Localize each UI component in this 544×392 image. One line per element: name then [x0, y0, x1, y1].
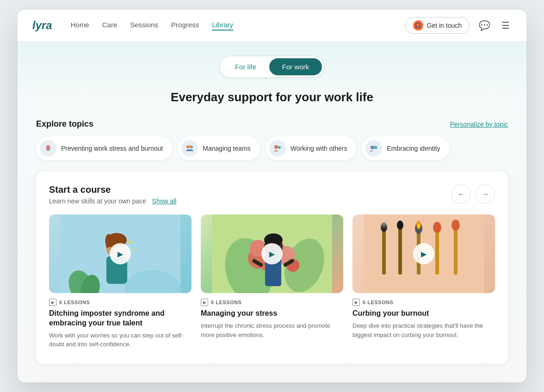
nav-library[interactable]: Library	[212, 21, 233, 31]
main-content: For life For work Everyday support for y…	[18, 42, 526, 382]
chat-icon-button[interactable]: 💬	[477, 18, 492, 33]
svg-point-48	[381, 222, 387, 226]
svg-point-7	[371, 146, 374, 149]
topic-chip-burnout[interactable]: Preventing work stress and burnout	[36, 136, 172, 160]
get-in-touch-button[interactable]: 🎧 Get in touch	[405, 17, 470, 34]
topic-icon-burnout	[40, 140, 56, 157]
svg-point-5	[274, 145, 278, 149]
hero-title: Everyday support for your work life	[36, 90, 508, 104]
svg-point-43	[417, 223, 420, 229]
for-work-toggle[interactable]: For work	[269, 58, 322, 75]
nav-links: Home Care Sessions Progress Library	[71, 21, 405, 31]
explore-section: Explore topics Personalize by topic Prev…	[36, 119, 508, 160]
svg-rect-46	[454, 226, 457, 275]
svg-point-6	[278, 146, 281, 149]
explore-header: Explore topics Personalize by topic	[36, 119, 508, 129]
topic-chip-identity[interactable]: Embracing identity	[362, 136, 449, 160]
course-card-header: Start a course Learn new skills at your …	[49, 184, 495, 205]
svg-point-4	[188, 145, 191, 148]
show-all-link[interactable]: Show all	[152, 197, 177, 205]
topic-chip-teams[interactable]: Managing teams	[178, 136, 260, 160]
course-thumbnail-3: ▶	[352, 214, 495, 293]
personalize-link[interactable]: Personalize by topic	[450, 121, 508, 128]
topics-row: Preventing work stress and burnout Manag…	[36, 136, 508, 160]
courses-grid: ✦ ✦ ▶ ▶ 6 LESSONS Ditching imposter synd…	[49, 214, 495, 349]
nav-progress[interactable]: Progress	[171, 21, 199, 31]
toggle-group: For life For work	[220, 56, 324, 77]
course-item-2[interactable]: ▶ ▶ 6 LESSONS Managing your stress Inter…	[201, 214, 343, 349]
lessons-badge-3: ▶ 6 LESSONS	[352, 299, 495, 306]
menu-icon-button[interactable]: ☰	[500, 18, 512, 33]
course-desc-3: Deep dive into practical strategies that…	[352, 321, 495, 339]
svg-point-45	[433, 222, 441, 233]
play-button-1[interactable]: ▶	[110, 243, 131, 264]
course-desc-1: Work with your worries so you can step o…	[49, 331, 192, 349]
svg-rect-36	[382, 228, 386, 275]
topic-icon-others	[269, 140, 286, 157]
headphones-icon: 🎧	[413, 20, 423, 31]
play-button-2[interactable]: ▶	[261, 243, 283, 264]
svg-point-39	[397, 220, 403, 230]
lessons-badge-1: ▶ 6 LESSONS	[49, 299, 192, 306]
course-section-title: Start a course	[49, 184, 176, 195]
course-item-3[interactable]: ▶ ▶ 6 LESSONS Curbing your burnout Deep …	[352, 214, 495, 349]
svg-rect-44	[435, 228, 439, 275]
course-name-3: Curbing your burnout	[352, 309, 495, 318]
next-arrow-button[interactable]: →	[476, 184, 495, 204]
play-button-3[interactable]: ▶	[413, 243, 434, 264]
nav-actions: 🎧 Get in touch 💬 ☰	[405, 17, 512, 34]
svg-point-8	[374, 146, 377, 149]
nav-sessions[interactable]: Sessions	[130, 21, 158, 31]
course-thumbnail-1: ✦ ✦ ▶	[49, 214, 192, 293]
course-item-1[interactable]: ✦ ✦ ▶ ▶ 6 LESSONS Ditching imposter synd…	[49, 214, 192, 349]
explore-title: Explore topics	[36, 119, 93, 129]
svg-text:✦: ✦	[133, 247, 137, 252]
lessons-icon-1: ▶	[49, 299, 56, 306]
topic-icon-teams	[181, 140, 198, 157]
svg-point-49	[384, 220, 388, 222]
course-card: Start a course Learn new skills at your …	[36, 172, 508, 364]
prev-arrow-button[interactable]: ←	[451, 184, 471, 204]
svg-rect-1	[47, 149, 49, 151]
course-subtitle: Learn new skills at your own pace	[49, 197, 146, 205]
for-life-toggle[interactable]: For life	[222, 58, 269, 75]
course-card-titles: Start a course Learn new skills at your …	[49, 184, 176, 205]
lessons-icon-3: ▶	[352, 299, 360, 306]
svg-point-47	[451, 220, 460, 231]
course-name-1: Ditching imposter syndrome and embracing…	[49, 309, 192, 328]
browser-window: lyra Home Care Sessions Progress Library…	[18, 10, 526, 382]
svg-rect-38	[398, 226, 402, 275]
course-name-2: Managing your stress	[201, 309, 343, 318]
nav-care[interactable]: Care	[102, 21, 117, 31]
course-desc-2: Interrupt the chronic stress process and…	[201, 321, 343, 339]
lessons-badge-2: ▶ 6 LESSONS	[201, 299, 343, 306]
toggle-container: For life For work	[36, 56, 508, 77]
nav-arrows: ← →	[451, 184, 495, 204]
topic-chip-others[interactable]: Working with others	[266, 136, 357, 160]
nav-bar: lyra Home Care Sessions Progress Library…	[18, 10, 526, 42]
topic-icon-identity	[365, 140, 382, 157]
logo: lyra	[32, 19, 52, 32]
nav-home[interactable]: Home	[71, 21, 89, 31]
svg-text:✦: ✦	[127, 239, 133, 246]
course-thumbnail-2: ▶	[201, 214, 343, 293]
lessons-icon-2: ▶	[201, 299, 208, 306]
svg-point-0	[46, 145, 50, 150]
